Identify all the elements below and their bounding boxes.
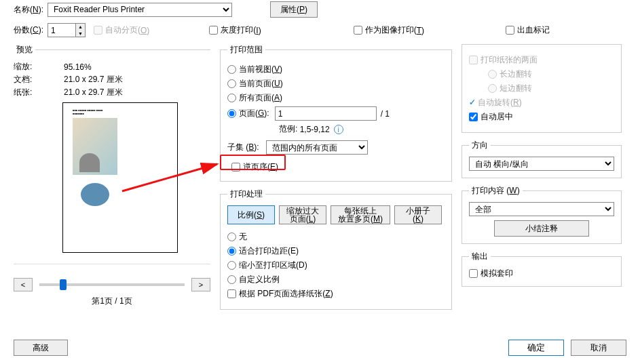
output-legend: 输出 [469,251,491,262]
print-range-legend: 打印范围 [227,44,265,56]
printer-name-label: 名称(N): [14,4,43,16]
short-edge-radio: 短边翻转 [488,83,532,93]
orientation-select[interactable]: 自动 横向/纵向 [469,157,614,171]
preview-canvas: ■■■ ■■■■■ ■■■■■ ■■■■■■■■■■■ [62,102,178,253]
zoom-value: 95.16% [64,62,92,72]
paper-value: 21.0 x 29.7 厘米 [64,87,123,98]
subset-select[interactable]: 范围内的所有页面 [266,140,368,155]
range-current-view[interactable]: 当前视图(V) [227,64,282,74]
bleed-marks-checkbox[interactable]: 出血标记 [506,24,550,36]
print-range-group: 打印范围 当前视图(V) 当前页面(U) 所有页面(A) 页面(G): / 1 … [220,44,452,182]
preview-legend: 预览 [14,44,35,56]
scale-fit[interactable]: 适合打印边距(E) [227,246,299,256]
preview-group: 预览 缩放:95.16% 文档:21.0 x 29.7 厘米 纸张:21.0 x… [14,44,210,307]
copies-stepper[interactable]: ▲▼ [48,23,86,37]
advanced-button[interactable]: 高级 [14,340,68,356]
page-status: 第1页 / 1页 [14,296,210,307]
reverse-order-checkbox[interactable]: 逆页序(E) [231,161,278,173]
orientation-group: 方向 自动 横向/纵向 [462,140,622,178]
spinner-up-icon[interactable]: ▲ [76,24,85,31]
cancel-button[interactable]: 取消 [571,340,626,356]
orientation-legend: 方向 [469,140,491,151]
duplex-group: 打印纸张的两面 长边翻转 短边翻转 ✓自动旋转(R) 自动居中 [462,44,622,133]
both-sides-checkbox: 打印纸张的两面 [469,55,538,64]
info-icon[interactable]: i [334,125,343,134]
prev-page-button[interactable]: < [14,278,33,291]
paper-label: 纸张: [14,87,64,98]
collate-checkbox: 自动分页(O) [94,24,149,36]
long-edge-radio: 长边翻转 [488,69,532,79]
auto-center-checkbox[interactable]: 自动居中 [469,112,513,121]
range-current-page[interactable]: 当前页面(U) [227,79,283,88]
zoom-label: 缩放: [14,61,64,73]
doc-value: 21.0 x 29.7 厘米 [64,74,123,85]
scale-custom[interactable]: 自定义比例 [227,275,280,284]
handling-booklet-button[interactable]: 小册子(K) [394,205,442,224]
print-what-select[interactable]: 全部 [469,202,614,216]
choose-paper-by-page[interactable]: 根据 PDF页面选择纸张(Z) [227,289,333,298]
print-handling-group: 打印处理 比例(S) 缩放过大页面(L) 每张纸上放置多页(M) 小册子(K) … [220,188,452,310]
total-pages: / 1 [381,109,390,119]
example-label: 范例: [279,123,297,135]
pages-input[interactable] [275,106,377,121]
page-slider[interactable] [39,283,185,286]
range-pages[interactable]: 页面(G): [227,108,269,119]
doc-label: 文档: [14,74,64,85]
copies-input[interactable] [48,24,75,37]
grayscale-checkbox[interactable]: 灰度打印(I) [209,24,261,36]
print-handling-legend: 打印处理 [227,188,265,200]
properties-button[interactable]: 属性(P) [270,1,318,18]
print-as-image-checkbox[interactable]: 作为图像打印(T) [354,24,424,36]
handling-large-button[interactable]: 缩放过大页面(L) [279,205,326,224]
auto-rotate-checkbox: 自动旋转(R) [478,98,522,107]
handling-multi-button[interactable]: 每张纸上放置多页(M) [331,205,390,224]
summarize-comments-button[interactable]: 小结注释 [494,220,589,237]
example-value: 1,5-9,12 [300,125,330,134]
print-what-legend: 打印内容 (W) [469,185,523,197]
handling-scale-button[interactable]: 比例(S) [227,205,275,224]
ok-button[interactable]: 确定 [508,340,564,356]
scale-none[interactable]: 无 [227,232,247,241]
spinner-down-icon[interactable]: ▼ [76,31,85,37]
subset-label: 子集 (B): [227,142,259,153]
print-what-group: 打印内容 (W) 全部 小结注释 [462,185,622,244]
printer-select[interactable]: Foxit Reader Plus Printer [48,3,232,17]
range-all-pages[interactable]: 所有页面(A) [227,93,282,102]
output-group: 输出 模拟套印 [462,251,622,287]
next-page-button[interactable]: > [191,278,210,291]
scale-shrink[interactable]: 缩小至打印区域(D) [227,260,307,270]
simulate-overprint-checkbox[interactable]: 模拟套印 [469,268,513,278]
copies-label: 份数(C): [14,24,43,36]
